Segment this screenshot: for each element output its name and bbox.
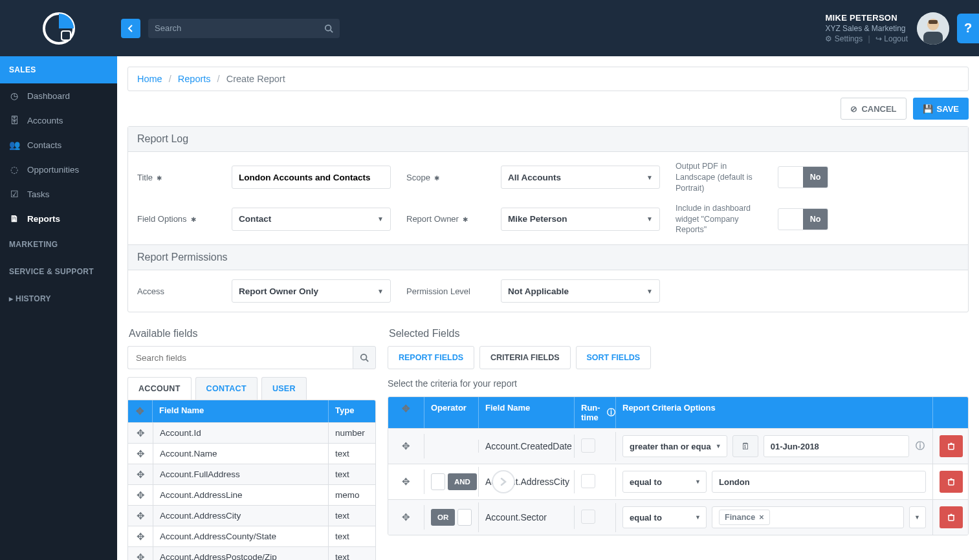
comparator-select[interactable]: greater than or equa	[622, 435, 727, 457]
comparator-select[interactable]: equal to	[622, 471, 707, 493]
field-name-cell: Account.AddressCity	[153, 506, 329, 526]
drag-handle[interactable]	[128, 444, 153, 464]
svg-line-3	[331, 30, 333, 32]
user-name: MIKE PETERSON	[825, 12, 908, 24]
fieldopts-select[interactable]: Contact	[232, 208, 391, 231]
table-row[interactable]: Account.FullAddress text	[128, 464, 375, 484]
transfer-right-button[interactable]	[492, 470, 515, 493]
sidebar-section-history[interactable]: ▸ HISTORY	[0, 285, 117, 312]
breadcrumb-reports[interactable]: Reports	[178, 74, 211, 84]
table-row[interactable]: Account.AddressCity text	[128, 505, 375, 526]
owner-select[interactable]: Mike Peterson	[501, 208, 660, 231]
tab-account[interactable]: ACCOUNT	[127, 377, 192, 400]
delete-row-button[interactable]	[940, 471, 963, 493]
sidebar-item-accounts[interactable]: 🗄Accounts	[0, 108, 117, 133]
sidebar-item-reports[interactable]: 🗎Reports	[0, 206, 117, 231]
drag-handle[interactable]	[128, 423, 153, 443]
and-chip[interactable]: AND	[448, 473, 477, 490]
drag-handle[interactable]	[128, 506, 153, 526]
scope-select[interactable]: All Accounts	[501, 166, 660, 189]
perm-level-select[interactable]: Not Applicable	[501, 279, 660, 303]
sidebar-section-marketing[interactable]: MARKETING	[0, 231, 117, 258]
pdf-landscape-toggle[interactable]: No	[778, 166, 828, 188]
tab-report-fields[interactable]: REPORT FIELDS	[388, 346, 474, 369]
drag-handle[interactable]	[128, 464, 153, 484]
cancel-icon: ⊘	[850, 104, 857, 114]
help-icon[interactable]: ⓘ	[607, 407, 615, 418]
bulb-icon: ◌	[9, 164, 19, 175]
value-input[interactable]: London	[712, 471, 926, 493]
dashboard-include-label: Include in dashboard widget "Company Rep…	[676, 203, 766, 236]
help-button[interactable]: ?	[957, 14, 979, 43]
search-fields-button[interactable]	[353, 346, 376, 369]
dropdown-toggle[interactable]	[909, 506, 926, 528]
sidebar-section-sales[interactable]: SALES	[0, 56, 117, 83]
chevron-left-icon	[127, 25, 135, 32]
delete-row-button[interactable]	[940, 506, 963, 528]
drag-handle[interactable]	[128, 485, 153, 505]
sidebar-section-service[interactable]: SERVICE & SUPPORT	[0, 258, 117, 285]
criteria-row: AND Account.AddressCity equal to London	[388, 464, 968, 499]
global-search[interactable]	[148, 19, 340, 38]
sidebar-item-dashboard[interactable]: ◷Dashboard	[0, 83, 117, 108]
fieldopts-label: Field Options	[137, 214, 220, 224]
and-chip[interactable]	[457, 509, 472, 526]
info-icon[interactable]: ⓘ	[914, 440, 926, 452]
value-multiselect[interactable]: Finance ×	[712, 506, 904, 528]
dashboard-include-toggle[interactable]: No	[778, 208, 828, 230]
sidebar-item-contacts[interactable]: 👥Contacts	[0, 133, 117, 157]
selected-fields-column: Selected Fields REPORT FIELDS CRITERIA F…	[388, 321, 969, 560]
breadcrumb-home[interactable]: Home	[137, 74, 162, 84]
cancel-button[interactable]: ⊘CANCEL	[841, 98, 906, 120]
table-row[interactable]: Account.AddressCounty/State text	[128, 526, 375, 546]
field-type-cell: text	[329, 506, 375, 526]
sidebar-item-label: Accounts	[27, 116, 63, 125]
sidebar-item-tasks[interactable]: ☑Tasks	[0, 182, 117, 206]
sidebar-item-opportunities[interactable]: ◌Opportunities	[0, 157, 117, 182]
tab-criteria-fields[interactable]: CRITERIA FIELDS	[479, 346, 570, 369]
drag-handle[interactable]	[128, 526, 153, 546]
tab-sort-fields[interactable]: SORT FIELDS	[576, 346, 652, 369]
runtime-checkbox[interactable]	[581, 474, 595, 488]
global-search-input[interactable]	[155, 23, 324, 33]
trash-icon	[947, 513, 956, 522]
or-chip[interactable]	[431, 473, 445, 490]
tab-contact[interactable]: CONTACT	[195, 377, 258, 400]
table-row[interactable]: Account.AddressPostcode/Zip text	[128, 546, 375, 560]
table-row[interactable]: Account.Id number	[128, 422, 375, 443]
tab-user[interactable]: USER	[261, 377, 307, 400]
or-chip[interactable]: OR	[431, 509, 455, 526]
table-row[interactable]: Account.Name text	[128, 443, 375, 464]
delete-row-button[interactable]	[940, 435, 963, 457]
svg-rect-6	[923, 32, 943, 45]
search-fields-input[interactable]	[127, 346, 353, 369]
drag-handle[interactable]	[402, 441, 410, 451]
save-button[interactable]: 💾SAVE	[913, 98, 969, 120]
title-input[interactable]	[232, 166, 391, 189]
calendar-button[interactable]: 🗓	[732, 435, 758, 457]
selected-fields-heading: Selected Fields	[388, 321, 969, 346]
drag-handle[interactable]	[402, 477, 410, 487]
logout-link[interactable]: ↪ Logout	[875, 34, 908, 43]
breadcrumb: Home / Reports / Create Report	[127, 67, 969, 91]
settings-link[interactable]: ⚙ Settings	[825, 34, 863, 43]
tag[interactable]: Finance ×	[719, 510, 770, 525]
table-row[interactable]: Account.AddressLine memo	[128, 484, 375, 505]
criteria-hint: Select the criteria for your report	[388, 378, 969, 389]
comparator-select[interactable]: equal to	[622, 506, 707, 528]
value-input[interactable]: 01-Jun-2018	[764, 435, 909, 457]
available-fields-grid: Field Name Type Account.Id number Accoun…	[127, 400, 376, 560]
field-name-cell: Account.FullAddress	[153, 464, 329, 484]
sidebar-collapse-button[interactable]	[121, 19, 140, 38]
sidebar-item-label: Reports	[27, 214, 60, 224]
drag-handle[interactable]	[128, 547, 153, 560]
drag-handle[interactable]	[402, 512, 410, 522]
remove-tag-icon[interactable]: ×	[759, 513, 764, 522]
runtime-checkbox[interactable]	[581, 438, 595, 453]
runtime-checkbox[interactable]	[581, 510, 595, 524]
field-type-cell: text	[329, 464, 375, 484]
access-select[interactable]: Report Owner Only	[232, 279, 391, 303]
scope-label: Scope	[406, 173, 489, 182]
avatar[interactable]	[917, 12, 949, 45]
title-label: Title	[137, 173, 220, 182]
